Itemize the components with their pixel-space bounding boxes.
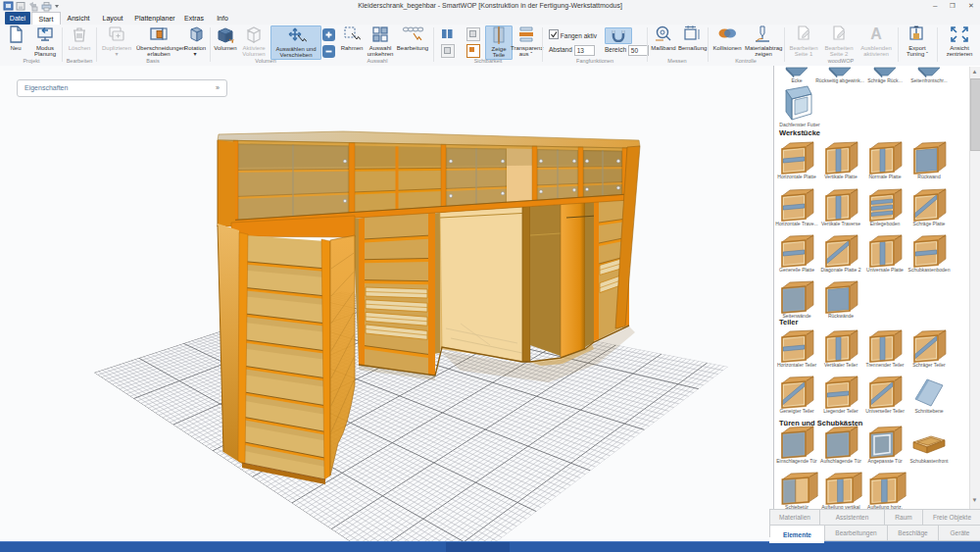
svg-text:Vertikaler Teiler: Vertikaler Teiler bbox=[824, 362, 858, 368]
svg-text:Schräger Teiler: Schräger Teiler bbox=[912, 362, 946, 368]
svg-text:Generelle Platte: Generelle Platte bbox=[779, 267, 814, 273]
svg-text:Horizontaler Teiler: Horizontaler Teiler bbox=[777, 362, 817, 368]
svg-text:Schnittebene: Schnittebene bbox=[914, 408, 943, 414]
svg-text:Normale Platte: Normale Platte bbox=[868, 174, 901, 179]
svg-text:Einschlagende Tür: Einschlagende Tür bbox=[776, 458, 817, 464]
svg-text:Geneigter Teiler: Geneigter Teiler bbox=[779, 408, 814, 414]
svg-text:Seitenfrontschr...: Seitenfrontschr... bbox=[910, 77, 948, 83]
svg-text:A: A bbox=[870, 25, 882, 42]
svg-text:Aufschlagende Tür: Aufschlagende Tür bbox=[820, 458, 861, 464]
svg-text:Angepasste Tür: Angepasste Tür bbox=[867, 458, 903, 464]
svg-text:Universeller Teiler: Universeller Teiler bbox=[865, 408, 905, 414]
svg-text:Einlegeboden: Einlegeboden bbox=[870, 221, 901, 226]
svg-text:Schräge Rück...: Schräge Rück... bbox=[867, 77, 903, 83]
svg-text:Rückseitig abgewink...: Rückseitig abgewink... bbox=[815, 77, 864, 83]
svg-text:Vertikale Traverse: Vertikale Traverse bbox=[821, 221, 860, 226]
svg-text:Vertikale Platte: Vertikale Platte bbox=[824, 174, 858, 179]
svg-text:Teiler: Teiler bbox=[779, 318, 799, 326]
svg-text:Schubkastenfront: Schubkastenfront bbox=[910, 458, 950, 464]
svg-text:Ecke: Ecke bbox=[791, 77, 802, 83]
svg-text:Rückwände: Rückwände bbox=[828, 313, 854, 319]
svg-text:Diagonale Platte 2: Diagonale Platte 2 bbox=[821, 267, 861, 273]
svg-text:Türen und Schubkästen: Türen und Schubkästen bbox=[779, 419, 863, 427]
svg-text:Dachfenster Futter: Dachfenster Futter bbox=[779, 122, 820, 127]
svg-text:Liegender Teiler: Liegender Teiler bbox=[823, 408, 858, 414]
svg-text:Schräge Platte: Schräge Platte bbox=[913, 221, 946, 226]
svg-text:Schubkastenboden: Schubkastenboden bbox=[908, 267, 951, 273]
svg-text:Horizontale Trave...: Horizontale Trave... bbox=[775, 221, 817, 226]
svg-text:Rückwand: Rückwand bbox=[917, 174, 941, 179]
svg-text:Universale Platte: Universale Platte bbox=[866, 267, 904, 273]
svg-text:Horizontale Platte: Horizontale Platte bbox=[777, 174, 816, 179]
svg-text:Werkstücke: Werkstücke bbox=[779, 128, 820, 137]
svg-text:Trennender Teiler: Trennender Teiler bbox=[866, 362, 905, 368]
